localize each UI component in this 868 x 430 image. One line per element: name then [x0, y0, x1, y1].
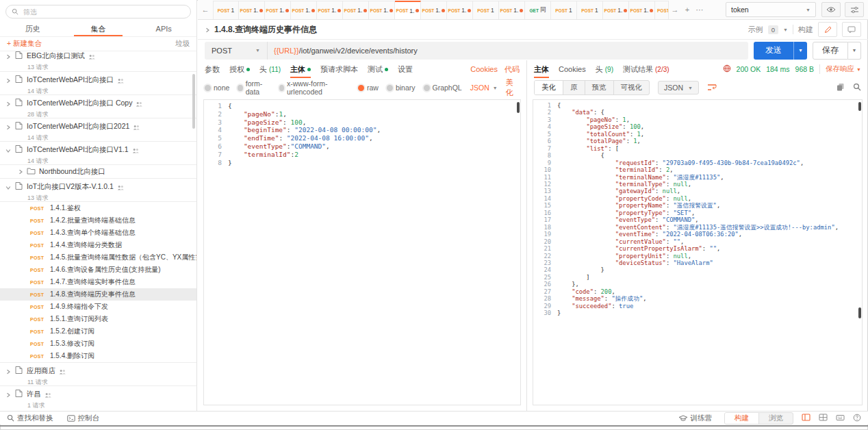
method-select[interactable]: POST ▼: [205, 42, 268, 60]
new-collection-button[interactable]: + 新建集合: [7, 39, 42, 49]
request-item[interactable]: POST1.4.7.查询终端实时事件信息: [0, 276, 196, 288]
body-format-select[interactable]: JSON ▼: [470, 84, 498, 92]
request-tab-预请求脚本[interactable]: 预请求脚本: [320, 60, 358, 78]
view-预览[interactable]: 预览: [585, 81, 614, 94]
open-tab[interactable]: POST1.: [499, 1, 525, 19]
request-item[interactable]: POST1.4.8.查询终端历史事件信息: [0, 288, 196, 301]
body-type-GraphQL[interactable]: GraphQL: [424, 84, 462, 92]
open-tab[interactable]: POST1.: [603, 1, 629, 19]
send-button[interactable]: 发送: [754, 42, 793, 60]
view-可视化[interactable]: 可视化: [614, 81, 650, 94]
breadcrumb-chevron-icon[interactable]: [205, 23, 210, 36]
response-editor-scrollbar-thumb-2[interactable]: [858, 307, 861, 318]
response-editor-scrollbar-thumb[interactable]: [858, 102, 861, 111]
open-tab[interactable]: POST1: [473, 1, 499, 19]
request-item[interactable]: POST1.4.9.终端指令下发: [0, 301, 196, 313]
request-tab-授权[interactable]: 授权: [229, 60, 250, 78]
sidebar-tab-历史[interactable]: 历史: [0, 22, 66, 36]
two-pane-layout-button[interactable]: [802, 414, 810, 422]
sidebar-search-box[interactable]: [5, 5, 191, 18]
environment-settings-button[interactable]: [845, 2, 864, 17]
open-tab[interactable]: GET同: [525, 1, 551, 19]
save-response-button[interactable]: 保存响应 ▼: [826, 64, 861, 74]
sidebar-tab-集合[interactable]: 集合: [66, 22, 131, 36]
view-美化[interactable]: 美化: [535, 81, 563, 94]
response-tab-主体[interactable]: 主体: [534, 60, 549, 78]
response-tab-Cookies[interactable]: Cookies: [559, 60, 586, 78]
build-mode-button[interactable]: 构建: [725, 413, 759, 424]
collection-item[interactable]: IoTCenterWebAPI北向接口 Copy28 请求: [0, 94, 196, 118]
tab-scroll-left-button[interactable]: ←: [199, 5, 212, 14]
collection-item[interactable]: EBG北向接口测试13 请求: [0, 48, 196, 71]
request-item[interactable]: POST1.4.3.查询单个终端基础信息: [0, 227, 196, 239]
request-tab-头[interactable]: 头(11): [259, 60, 281, 78]
open-tab[interactable]: POST1.: [265, 1, 291, 19]
open-tab[interactable]: POST1.: [239, 1, 265, 19]
network-warning-icon[interactable]: [723, 64, 731, 74]
body-type-binary[interactable]: binary: [387, 84, 416, 92]
collection-item[interactable]: IoTCenterWebAPI北向接口V1.114 请求: [0, 141, 196, 164]
copy-response-button[interactable]: [837, 83, 845, 92]
open-tab[interactable]: POST1.: [447, 1, 473, 19]
request-item[interactable]: POST1.5.4.删除订阅: [0, 350, 196, 362]
wrap-lines-button[interactable]: [707, 84, 717, 92]
shortcuts-button[interactable]: [836, 414, 845, 422]
url-input[interactable]: {{URL}}/iot/ganwei/v2/device/events/hist…: [268, 42, 748, 60]
sidebar-tab-APIs[interactable]: APIs: [131, 22, 196, 36]
collection-item[interactable]: IoTCenterWebAPI北向接口202114 请求: [0, 118, 196, 141]
request-item[interactable]: POST1.4.6.查询设备属性历史值(支持批量): [0, 264, 196, 276]
request-item[interactable]: POST1.4.4.查询终端分类数据: [0, 239, 196, 251]
request-editor-scrollbar-thumb[interactable]: [517, 102, 520, 113]
collection-item[interactable]: IoT北向接口V2版本-V.1.0.113 请求: [0, 178, 196, 201]
console-button[interactable]: 控制台: [67, 414, 100, 423]
open-tab[interactable]: POST1: [577, 1, 603, 19]
collection-item[interactable]: 应用商店11 请求: [0, 362, 196, 385]
request-tab-测试[interactable]: 测试: [368, 60, 388, 78]
request-item[interactable]: POST1.5.1.查询订阅列表: [0, 313, 196, 325]
sidebar-filter-input[interactable]: [22, 8, 185, 16]
view-原[interactable]: 原: [563, 81, 585, 94]
environment-quick-look-button[interactable]: [821, 2, 841, 17]
open-tab[interactable]: POST: [655, 1, 669, 19]
edit-request-button[interactable]: [818, 22, 837, 37]
save-button[interactable]: 保存: [813, 42, 848, 60]
open-tab[interactable]: POST1.: [343, 1, 369, 19]
send-options-button[interactable]: ▼: [793, 42, 807, 60]
response-tab-头[interactable]: 头(9): [596, 60, 613, 78]
response-format-select[interactable]: JSON ▼: [658, 81, 699, 94]
collection-item[interactable]: 许昌1 请求: [0, 385, 196, 409]
open-tab[interactable]: POST1: [551, 1, 577, 19]
open-tab[interactable]: POST1.: [317, 1, 343, 19]
open-tab[interactable]: POST1.: [369, 1, 395, 19]
open-tab[interactable]: POST1.: [629, 1, 655, 19]
request-tab-主体[interactable]: 主体: [290, 60, 311, 78]
open-tab[interactable]: POST1.: [421, 1, 447, 19]
new-tab-button[interactable]: +: [681, 5, 693, 14]
open-tab[interactable]: POST1.: [395, 1, 421, 19]
request-item[interactable]: POST1.4.1.鉴权: [0, 201, 196, 214]
help-button[interactable]: [853, 414, 861, 423]
body-type-x-www-form-urlencoded[interactable]: x-www-form-urlencoded: [279, 79, 350, 96]
tab-options-button[interactable]: ⋯: [693, 5, 706, 14]
chevron-down-icon[interactable]: ▼: [783, 27, 788, 32]
body-type-none[interactable]: none: [205, 84, 229, 92]
body-type-raw[interactable]: raw: [358, 84, 379, 92]
beautify-link[interactable]: 美化: [506, 77, 520, 98]
find-replace-button[interactable]: 查找和替换: [7, 414, 53, 423]
open-tab[interactable]: POST1.: [291, 1, 317, 19]
collection-item[interactable]: IoTCenterWebAPI北向接口14 请求: [0, 71, 196, 94]
request-body-editor[interactable]: 1{2 "pageNo":1,3 "pageSize": 100,4 "begi…: [203, 99, 521, 405]
examples-label[interactable]: 示例: [748, 25, 763, 35]
environment-select[interactable]: token ▼: [726, 2, 816, 17]
request-item[interactable]: POST1.4.2.批量查询终端基础信息: [0, 214, 196, 227]
browse-mode-button[interactable]: 浏览: [759, 413, 793, 424]
sidebar-scrollbar-thumb[interactable]: [192, 74, 195, 129]
search-response-button[interactable]: [853, 83, 861, 92]
request-item[interactable]: POST1.4.5.批量查询终端属性数据（包含YC、YX属性实时值）: [0, 251, 196, 264]
layout-grid-button[interactable]: [819, 414, 828, 422]
body-type-form-data[interactable]: form-data: [238, 79, 270, 96]
open-tab[interactable]: POST1: [213, 1, 239, 19]
bootcamp-button[interactable]: 训练营: [678, 414, 713, 423]
code-link[interactable]: 代码: [505, 64, 520, 75]
request-item[interactable]: POST1.5.3.修改订阅: [0, 338, 196, 350]
